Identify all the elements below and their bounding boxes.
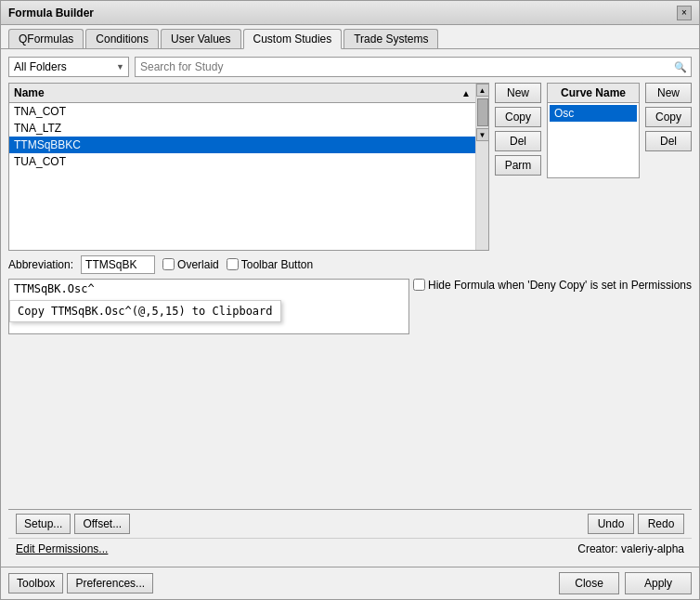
list-item[interactable]: TNA_LTZ [9,120,475,137]
new-btn-right[interactable]: New [645,83,692,103]
list-scrollbar: ▲ ▼ [475,84,488,250]
creator-info: Creator: valeriy-alpha [577,542,684,555]
tab-user-values[interactable]: User Values [161,29,240,48]
list-item[interactable]: TNA_COT [9,103,475,120]
hide-formula-checkbox[interactable] [413,279,425,291]
formula-row: TTMSqBK.Osc^ Copy TTMSqBK.Osc^(@,5,15) t… [8,279,692,338]
bottom-toolbar: Setup... Offset... Undo Redo [8,509,692,538]
del-btn-left[interactable]: Del [495,131,541,151]
permissions-row: Edit Permissions... Creator: valeriy-alp… [8,538,692,559]
folder-select-wrapper: All Folders [8,57,129,77]
list-header: Name ▲ [9,84,475,103]
formula-tooltip: Copy TTMSqBK.Osc^(@,5,15) to Clipboard [9,300,281,322]
setup-btn[interactable]: Setup... [16,514,71,534]
preferences-btn[interactable]: Preferences... [67,573,153,593]
creator-value: valeriy-alpha [621,542,684,555]
search-icon: 🔍 [674,61,687,73]
curve-name-header: Curve Name [548,84,639,103]
filter-row: All Folders 🔍 [8,57,692,77]
left-btn-panel: New Copy Del Parm [495,83,541,251]
abbreviation-row: Abbreviation: Overlaid Toolbar Button [8,251,692,279]
copy-btn-right[interactable]: Copy [645,107,692,127]
tab-custom-studies[interactable]: Custom Studies [243,29,343,49]
curve-panel: Curve Name Osc [547,83,640,251]
parm-btn-left[interactable]: Parm [495,155,541,176]
hide-formula-area: Hide Formula when 'Deny Copy' is set in … [413,279,692,292]
search-wrapper: 🔍 [135,57,692,77]
tab-qformulas[interactable]: QFormulas [8,29,84,48]
hide-formula-checkbox-label[interactable]: Hide Formula when 'Deny Copy' is set in … [413,279,692,292]
list-panel: Name ▲ TNA_COT TNA_LTZ TTMSqBBKC TUA_COT [8,83,489,251]
toolbox-btn[interactable]: Toolbox [8,573,63,593]
overlaid-checkbox[interactable] [162,258,175,270]
edit-permissions-link[interactable]: Edit Permissions... [16,542,108,555]
left-section: Name ▲ TNA_COT TNA_LTZ TTMSqBBKC TUA_COT [8,83,489,251]
toolbar-button-checkbox-label[interactable]: Toolbar Button [227,258,313,271]
undo-btn[interactable]: Undo [588,514,634,534]
folder-select[interactable]: All Folders [8,57,129,77]
new-btn-left[interactable]: New [495,83,541,103]
scroll-thumb[interactable] [477,98,488,126]
overlaid-checkbox-label[interactable]: Overlaid [162,258,219,271]
tab-trade-systems[interactable]: Trade Systems [344,29,438,48]
list-body: TNA_COT TNA_LTZ TTMSqBBKC TUA_COT [9,103,475,170]
dialog-title: Formula Builder [8,7,94,20]
abbreviation-label: Abbreviation: [8,258,73,271]
del-btn-right[interactable]: Del [645,131,692,151]
list-scroll-area: Name ▲ TNA_COT TNA_LTZ TTMSqBBKC TUA_COT [9,84,475,250]
formula-builder-dialog: Formula Builder × QFormulas Conditions U… [0,0,700,600]
scroll-down-btn[interactable]: ▼ [476,128,489,141]
search-input[interactable] [135,57,692,77]
curve-name-box: Curve Name Osc [547,83,640,178]
tab-conditions[interactable]: Conditions [85,29,159,48]
footer-right: Close Apply [559,572,692,594]
curve-name-body: Osc [548,103,639,177]
curve-name-item[interactable]: Osc [550,105,637,122]
redo-btn[interactable]: Redo [638,514,684,534]
apply-btn[interactable]: Apply [625,572,692,594]
formula-text: TTMSqBK.Osc^ Copy TTMSqBK.Osc^(@,5,15) t… [9,280,408,298]
main-content: All Folders 🔍 Name ▲ [1,49,699,567]
scroll-up-btn[interactable]: ▲ [476,84,489,97]
list-item-selected[interactable]: TTMSqBBKC [9,137,475,153]
close-btn[interactable]: Close [559,572,619,594]
main-columns: Name ▲ TNA_COT TNA_LTZ TTMSqBBKC TUA_COT [8,83,692,251]
creator-label: Creator: [577,542,617,555]
offset-btn[interactable]: Offset... [74,514,130,534]
abbreviation-input[interactable] [81,255,155,274]
copy-btn-left[interactable]: Copy [495,107,541,127]
toolbar-button-checkbox[interactable] [227,258,239,270]
list-item[interactable]: TUA_COT [9,153,475,170]
footer-row: Toolbox Preferences... Close Apply [1,567,699,599]
undo-redo-group: Undo Redo [588,514,684,534]
title-bar: Formula Builder × [1,1,699,25]
close-icon[interactable]: × [677,6,692,20]
formula-spacer [8,342,692,510]
formula-area: TTMSqBK.Osc^ Copy TTMSqBK.Osc^(@,5,15) t… [8,279,409,334]
tab-bar: QFormulas Conditions User Values Custom … [1,25,699,49]
right-btn-panel: New Copy Del [645,83,692,251]
